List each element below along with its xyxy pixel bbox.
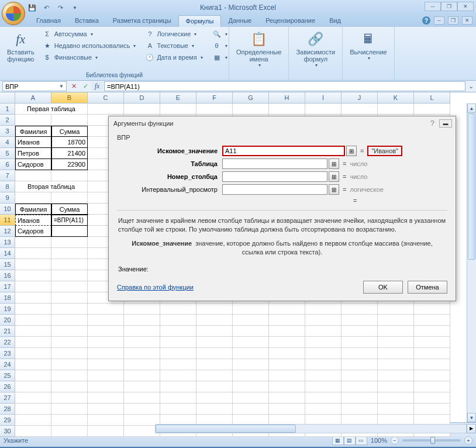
row-header[interactable]: 10	[0, 204, 15, 215]
cell[interactable]	[88, 370, 124, 381]
row-header[interactable]: 26	[0, 381, 15, 392]
doc-restore-button[interactable]: ❐	[448, 16, 458, 25]
cell[interactable]	[51, 192, 88, 204]
formula-bar-expand-button[interactable]: ⌄	[465, 82, 476, 90]
row-header[interactable]: 4	[0, 137, 15, 148]
cell[interactable]	[378, 392, 414, 404]
cell[interactable]	[233, 392, 269, 404]
cell[interactable]	[160, 370, 196, 381]
cell[interactable]	[269, 304, 305, 315]
cell[interactable]	[15, 292, 51, 304]
cell[interactable]	[414, 381, 450, 392]
column-header[interactable]: B	[51, 92, 88, 104]
cell[interactable]	[233, 359, 269, 370]
column-header[interactable]: J	[342, 92, 378, 104]
view-layout-button[interactable]: ▤	[344, 436, 356, 445]
cell[interactable]	[342, 381, 378, 392]
text-button[interactable]: AТекстовые▾	[143, 40, 205, 51]
cell[interactable]	[15, 237, 51, 248]
cell[interactable]	[342, 304, 378, 315]
tab-view[interactable]: Вид	[322, 15, 348, 27]
cell[interactable]	[378, 304, 414, 315]
dialog-arg-input[interactable]	[222, 158, 327, 169]
cell[interactable]	[160, 392, 196, 404]
cell[interactable]	[160, 348, 196, 359]
cell[interactable]	[378, 315, 414, 326]
cell[interactable]	[305, 304, 342, 315]
cell[interactable]	[305, 359, 342, 370]
cell[interactable]	[51, 281, 88, 292]
row-header[interactable]: 23	[0, 348, 15, 359]
cell[interactable]	[51, 415, 88, 426]
cell[interactable]	[88, 404, 124, 415]
cell[interactable]	[15, 115, 51, 126]
cell[interactable]	[51, 359, 88, 370]
cell[interactable]	[305, 381, 342, 392]
cell[interactable]	[160, 337, 196, 348]
cell[interactable]	[414, 315, 450, 326]
window-restore-button[interactable]: ❐	[441, 2, 457, 11]
cell[interactable]	[88, 304, 124, 315]
cell[interactable]: Сумма	[51, 126, 88, 137]
vertical-scrollbar[interactable]: ▲ ▼	[467, 104, 476, 422]
cell[interactable]: 18700	[51, 137, 88, 148]
cell[interactable]	[378, 326, 414, 337]
zoom-slider-thumb[interactable]	[430, 437, 435, 444]
name-box-dropdown-icon[interactable]: ▼	[57, 84, 65, 89]
cell[interactable]	[124, 326, 160, 337]
cell[interactable]	[51, 348, 88, 359]
column-header[interactable]: F	[196, 92, 233, 104]
range-selector-button[interactable]: ⊞	[329, 184, 339, 195]
cell[interactable]	[15, 348, 51, 359]
range-selector-button[interactable]: ⊞	[329, 171, 339, 182]
cell[interactable]	[342, 359, 378, 370]
cell[interactable]	[269, 359, 305, 370]
cell[interactable]	[160, 315, 196, 326]
cell[interactable]	[196, 404, 233, 415]
cell[interactable]	[342, 337, 378, 348]
column-header[interactable]: A	[15, 92, 51, 104]
column-header[interactable]: G	[233, 92, 269, 104]
cell[interactable]	[15, 192, 51, 204]
cell[interactable]	[15, 270, 51, 281]
cell[interactable]	[88, 381, 124, 392]
cell[interactable]	[305, 326, 342, 337]
column-header[interactable]: L	[414, 92, 450, 104]
cell[interactable]	[269, 315, 305, 326]
cell[interactable]	[233, 348, 269, 359]
cell[interactable]	[160, 104, 196, 115]
cell[interactable]	[160, 404, 196, 415]
view-normal-button[interactable]: ▦	[332, 436, 344, 445]
formula-enter-button[interactable]: ✓	[80, 81, 91, 91]
cell[interactable]	[15, 281, 51, 292]
row-header[interactable]: 9	[0, 192, 15, 204]
cell[interactable]: Сумма	[51, 204, 88, 215]
row-header[interactable]: 19	[0, 304, 15, 315]
row-header[interactable]: 30	[0, 426, 15, 437]
cell[interactable]	[342, 370, 378, 381]
zoom-out-button[interactable]: −	[391, 436, 399, 444]
cell[interactable]	[269, 392, 305, 404]
cell[interactable]	[305, 404, 342, 415]
dialog-cancel-button[interactable]: Отмена	[408, 281, 447, 294]
cell[interactable]	[342, 104, 378, 115]
qat-customize-icon[interactable]: ▼	[68, 2, 81, 13]
tab-home[interactable]: Главная	[29, 15, 68, 27]
row-header[interactable]: 14	[0, 248, 15, 259]
cell[interactable]	[51, 315, 88, 326]
cell[interactable]	[414, 337, 450, 348]
cell[interactable]	[378, 381, 414, 392]
cell[interactable]	[378, 348, 414, 359]
cell[interactable]: Иванов	[15, 215, 51, 226]
cell[interactable]	[51, 237, 88, 248]
cell[interactable]	[196, 326, 233, 337]
cell[interactable]	[378, 404, 414, 415]
cell[interactable]	[124, 304, 160, 315]
cell[interactable]	[305, 104, 342, 115]
cell[interactable]	[233, 326, 269, 337]
cell[interactable]	[305, 392, 342, 404]
row-header[interactable]: 8	[0, 181, 15, 192]
cell[interactable]	[88, 104, 124, 115]
dialog-arg-input[interactable]	[222, 146, 345, 156]
cell[interactable]	[342, 315, 378, 326]
